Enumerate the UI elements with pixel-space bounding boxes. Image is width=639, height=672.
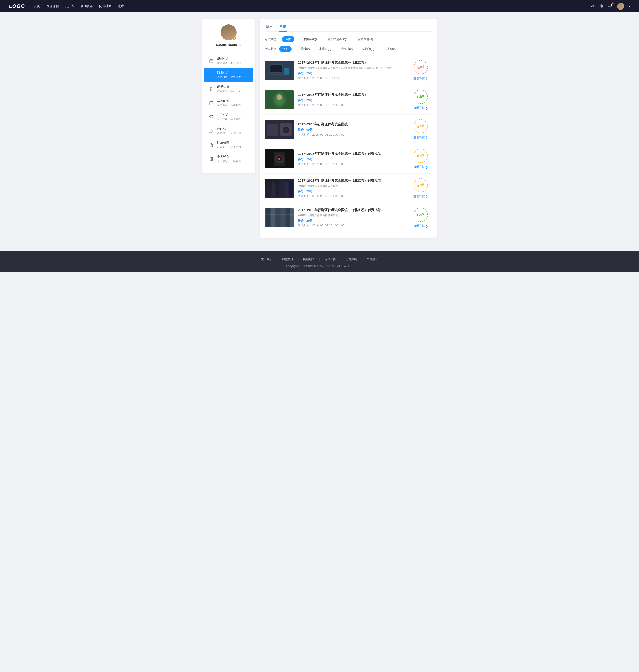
exam-thumb-4 [265,149,294,168]
sidebar-item-orders[interactable]: 订单管理 订单支出、明明白白 [204,138,253,152]
filter-status-review[interactable]: 待批阅(2) [359,46,378,52]
exam-item-6: 2017–2018年行测证件考试全国统一（北京卷）付费批卷 2018年行测考试是… [265,203,432,233]
exam-item-5: 2017–2018年行测证件考试全国统一（北京卷）付费批卷 2018年行测考试是… [265,174,432,203]
exam-right-4: 待批阅 查看详情 ❯ [409,148,432,169]
svg-rect-40 [289,181,293,197]
heart-icon [208,114,214,120]
sidebar-item-title: 账户中心 [217,113,249,117]
profile-badge-icon: ★ [232,36,236,40]
nav-news[interactable]: 新闻资讯 [80,4,93,8]
sidebar-item-sub: 精彩课程，不容错过 [217,61,249,65]
exam-detail-link-6[interactable]: 查看详情 ❯ [414,224,428,228]
svg-rect-49 [265,221,294,221]
notification-bell[interactable] [608,3,613,9]
footer-link-about[interactable]: 关于我们 [261,257,272,261]
svg-rect-16 [270,65,282,72]
nav-more[interactable]: ··· [130,4,133,8]
exam-detail-link-3[interactable]: 查看详情 ❯ [414,135,428,140]
list-icon [208,72,214,78]
sidebar-item-sub: 个人权益、实时掌握 [217,117,249,121]
sidebar-item-question-bank[interactable]: 题库中心 海量习题，助力通关 [204,68,253,82]
svg-point-27 [284,128,288,132]
footer-link-disclaimer[interactable]: 免责声明 [345,257,357,261]
sidebar-text-qbank: 题库中心 海量习题，助力通关 [217,71,249,79]
sidebar-item-certificate[interactable]: 证书荣誉 收获荣誉、持证上岗 [204,82,253,96]
sidebar-item-sub: 课后重温、疑难解答 [217,103,249,107]
exam-status-stamp-5: 待批阅 [412,177,429,194]
sidebar-text-cert: 证书荣誉 收获荣誉、持证上岗 [217,85,249,93]
svg-rect-47 [291,208,294,227]
sidebar-profile: ★ Natalie Smith ✎ [202,25,255,51]
exam-detail-link-1[interactable]: 查看详情 ❯ [414,77,428,80]
filter-status-failed[interactable]: 未通过(2) [316,46,334,52]
exam-info-1: 2017–2018年行测证件考试全国统一（北京卷） 2018年行测考试是最值得多… [298,61,406,80]
exam-desc-1: 2018年行测考试是最值得多去研究 2018年行测考试是最值得多去研究 2018… [298,66,406,70]
sidebar-item-qa[interactable]: 学习问答 课后重温、疑难解答 [204,96,253,110]
svg-point-32 [278,158,280,160]
nav-qa[interactable]: 问答社区 [99,4,112,8]
sidebar-item-messages[interactable]: 我的消息 消息通知、及时了解 [204,124,253,138]
nav-questionbank[interactable]: 题库 [118,4,124,8]
exam-detail-link-2[interactable]: 查看详情 ❯ [414,106,428,110]
filter-status-reviewed[interactable]: 已批阅(2) [380,46,399,52]
exam-detail-link-5[interactable]: 查看详情 ❯ [414,194,428,198]
tab-exam[interactable]: 考试 [279,25,287,31]
header-right: APP下载 ▾ [591,3,630,10]
svg-rect-38 [280,180,284,197]
exam-thumb-3 [265,120,294,139]
footer-link-partners[interactable]: 合作伙伴 [324,257,336,261]
sidebar-item-title: 个人设置 [217,155,249,159]
exam-title-6: 2017–2018年行测证件考试全国统一（北京卷）付费批卷 [298,208,406,212]
gear-icon [208,156,214,162]
chat-icon [208,128,214,134]
profile-name-row: Natalie Smith ✎ [216,43,241,47]
svg-rect-18 [271,74,287,76]
sidebar-item-settings[interactable]: 个人设置 个人信息、一键管理 [204,152,253,166]
main-nav: 首页 发现课程 公开课 新闻资讯 问答社区 题库 ··· [34,4,591,8]
footer-links: 关于我们 | 加盟代理 | 网站地图 | 合作伙伴 | 免责声明 | 招贤纳士 [0,257,639,261]
exam-time-2: 考试时间：2019–05–03 10：09：09 [298,103,406,107]
filter-type-paid[interactable]: 付费批卷(6) [355,36,376,42]
exam-info-5: 2017–2018年行测证件考试全国统一（北京卷）付费批卷 2018年行测考试是… [298,178,406,198]
logo: LOGO [9,3,25,9]
nav-discover[interactable]: 发现课程 [46,4,59,8]
sidebar-text-course: 课程中心 精彩课程，不容错过 [217,57,249,65]
exam-desc-5: 2018年行测考试是最值得多去研究 [298,184,406,188]
profile-edit-icon[interactable]: ✎ [239,43,241,47]
filter-status-pending[interactable]: 待考试(2) [337,46,356,52]
chevron-right-icon: ❯ [425,165,428,169]
footer-link-sitemap[interactable]: 网站地图 [303,257,315,261]
sidebar-item-sub: 收获荣誉、持证上岗 [217,90,249,93]
tab-questionbank[interactable]: 题库 [265,25,274,31]
exam-title-5: 2017–2018年行测证件考试全国统一（北京卷）付费批卷 [298,178,406,183]
exam-right-6: 已批阅 查看详情 ❯ [409,208,432,228]
exam-status-stamp-3: 待考试 [412,117,429,135]
nav-opencourse[interactable]: 公开课 [65,4,74,8]
sidebar-item-course-center[interactable]: 课程中心 精彩课程，不容错过 [204,54,253,68]
footer-link-careers[interactable]: 招贤纳士 [367,257,378,261]
nav-home[interactable]: 首页 [34,4,40,8]
sidebar-item-account[interactable]: 账户中心 个人权益、实时掌握 [204,110,253,124]
chevron-right-icon: ❯ [425,107,428,110]
chevron-down-icon[interactable]: ▾ [629,5,630,8]
content-area: 题库 考试 考试类型： 全部 证书类考试(4) 随机抽题考试(5) 付费批卷(6… [260,19,437,238]
exam-info-6: 2017–2018年行测证件考试全国统一（北京卷）付费批卷 2018年行测考试是… [298,208,406,227]
avatar[interactable] [617,3,624,10]
filter-status-all[interactable]: 全部 [279,46,292,52]
filter-type-random[interactable]: 随机抽题考试(5) [324,36,352,42]
app-download-button[interactable]: APP下载 [591,4,604,8]
message-icon [208,100,214,106]
filter-type-all[interactable]: 全部 [282,36,294,42]
chevron-right-icon: ❯ [425,136,428,139]
sidebar-text-account: 账户中心 个人权益、实时掌握 [217,113,249,121]
exam-detail-link-4[interactable]: 查看详情 ❯ [414,165,428,169]
trophy-icon [208,86,214,92]
sidebar: ★ Natalie Smith ✎ 课程中心 [202,19,255,173]
filter-status-passed[interactable]: 已通过(2) [294,46,313,52]
svg-rect-37 [276,181,279,197]
exam-item-4: 2017–2018年行测证件考试全国统一（北京卷）付费批卷 得分：25分 考试时… [265,144,432,174]
sidebar-item-title: 订单管理 [217,141,249,145]
footer-link-franchise[interactable]: 加盟代理 [282,257,294,261]
filter-type-cert[interactable]: 证书类考试(4) [297,36,322,42]
svg-rect-17 [284,68,289,76]
